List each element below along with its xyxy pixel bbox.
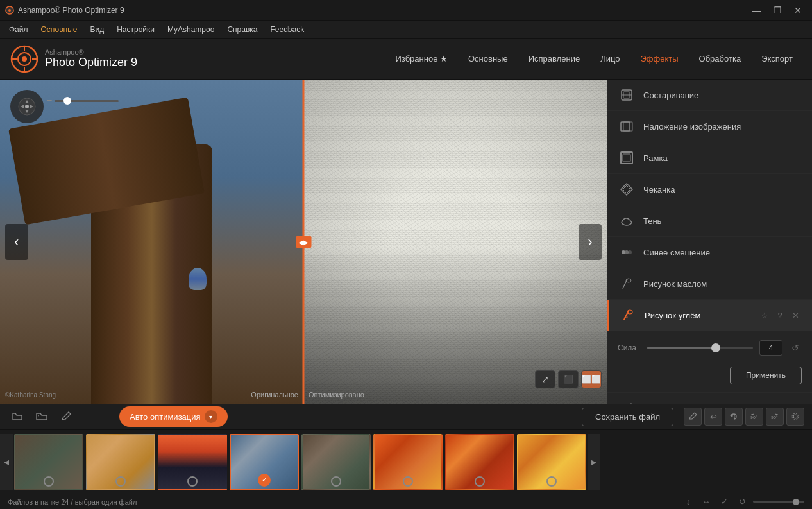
status-zoom-slider[interactable] (753, 501, 804, 503)
strength-fill (647, 347, 716, 349)
restore-button[interactable]: ❐ (768, 3, 786, 18)
effect-aging[interactable]: Состаривание (607, 80, 812, 111)
edit-pencil-button[interactable] (684, 408, 702, 426)
film-thumb-7[interactable] (445, 434, 514, 490)
status-sort-horiz-btn[interactable]: ↔ (699, 496, 713, 508)
menu-settings[interactable]: Настройки (110, 22, 161, 37)
tab-favorites[interactable]: Избранное ★ (387, 50, 457, 67)
rotate-right-button[interactable]: 90° (766, 408, 784, 426)
effect-charcoal[interactable]: Рисунок углём ☆ ? ✕ (607, 300, 812, 331)
film-thumb-5[interactable] (301, 434, 371, 490)
effect-sketch[interactable]: Набросок (607, 393, 812, 404)
status-sort-vert-btn[interactable]: ↕ (681, 496, 695, 508)
app-icon (5, 6, 14, 15)
svg-line-27 (623, 279, 627, 288)
tab-export[interactable]: Экспорт (752, 50, 802, 67)
strength-control: Сила 4 ↺ (607, 331, 812, 361)
strength-thumb[interactable] (711, 343, 720, 352)
zoom-slider-area: − (46, 95, 119, 107)
film-thumb-8[interactable] (517, 434, 586, 490)
film-thumb-3[interactable] (158, 434, 227, 490)
svg-text:90°: 90° (771, 415, 778, 420)
film-thumb-1[interactable] (14, 434, 83, 490)
menu-file[interactable]: Файл (3, 22, 35, 37)
film-thumb-6[interactable] (373, 434, 443, 490)
save-file-button[interactable]: Сохранить файл (582, 408, 673, 426)
window-controls: — ❐ ✕ (748, 3, 807, 18)
open-folder-button[interactable] (32, 408, 51, 426)
charcoal-help-btn[interactable]: ? (774, 309, 786, 322)
menu-feedback[interactable]: Feedback (264, 22, 310, 37)
open-file-button[interactable] (8, 408, 27, 426)
status-zoom-thumb[interactable] (793, 499, 799, 505)
film-radio-2 (115, 476, 126, 487)
apply-button[interactable]: Применить (730, 367, 802, 384)
center-controls: Авто оптимизация ▾ (81, 406, 577, 427)
title-bar: Ashampoo® Photo Optimizer 9 — ❐ ✕ (0, 0, 812, 21)
app-header: Ashampoo® Photo Optimizer 9 Избранное ★ … (0, 39, 812, 80)
minimize-button[interactable]: — (748, 3, 766, 18)
rotate-left-button[interactable]: 90° (745, 408, 763, 426)
prev-image-button[interactable]: ‹ (5, 224, 28, 260)
filmstrip-scroll-right[interactable]: ▸ (588, 434, 600, 490)
sketch-label: Набросок (643, 404, 802, 404)
tab-basic[interactable]: Основные (459, 50, 517, 67)
film-thumb-2[interactable] (86, 434, 155, 490)
view-mode-2-button[interactable]: ⬜⬜ (581, 370, 602, 388)
tab-face[interactable]: Лицо (591, 50, 629, 67)
fullscreen-button[interactable]: ⤢ (535, 370, 555, 388)
blur-shift-icon (618, 243, 636, 261)
menu-bar: Файл Основные Вид Настройки MyAshampoo С… (0, 21, 812, 39)
optimized-label: Оптимизировано (309, 391, 364, 399)
next-image-button[interactable]: › (579, 224, 602, 260)
toolbar-row: Авто оптимизация ▾ Сохранить файл ↩ 90° (0, 404, 812, 429)
tab-correction[interactable]: Исправление (520, 50, 589, 67)
image-area: − ©Katharina Stang Оригинальное (0, 80, 607, 404)
film-radio-6 (403, 476, 413, 487)
view-mode-1-button[interactable]: ⬛ (558, 370, 579, 388)
strength-reset-btn[interactable]: ↺ (789, 341, 802, 354)
menu-help[interactable]: Справка (221, 22, 264, 37)
effect-blur-shift[interactable]: Синее смещение (607, 237, 812, 268)
status-check-btn[interactable]: ✓ (717, 496, 731, 508)
action-buttons: ↩ 90° 90° (684, 408, 804, 426)
zoom-thumb[interactable] (63, 97, 71, 105)
effect-frame[interactable]: Рамка (607, 142, 812, 174)
image-container: ©Katharina Stang Оригинальное Оптимизиро… (0, 80, 607, 404)
edit-tool-button[interactable] (56, 408, 76, 426)
tab-effects[interactable]: Эффекты (631, 50, 687, 67)
close-button[interactable]: ✕ (789, 3, 807, 18)
oil-icon (618, 275, 636, 293)
auto-optimize-dropdown-icon[interactable]: ▾ (205, 410, 217, 423)
emboss-icon (618, 180, 636, 198)
tab-processing[interactable]: Обработка (690, 50, 750, 67)
strength-value[interactable]: 4 (759, 340, 782, 356)
strength-slider[interactable] (647, 347, 753, 349)
effect-shadow[interactable]: Тень (607, 205, 812, 237)
auto-optimize-button[interactable]: Авто оптимизация ▾ (119, 406, 228, 427)
film-radio-1 (44, 476, 54, 487)
effect-oil[interactable]: Рисунок маслом (607, 268, 812, 300)
charcoal-favorite-btn[interactable]: ☆ (758, 309, 771, 322)
title-bar-text: Ashampoo® Photo Optimizer 9 (18, 6, 748, 15)
strength-label: Сила (618, 343, 641, 352)
zoom-track[interactable] (55, 100, 119, 102)
menu-myashampoo[interactable]: MyAshampoo (161, 22, 221, 37)
settings-button[interactable] (786, 408, 804, 426)
svg-text:90°: 90° (750, 415, 757, 420)
undo-button[interactable]: ↩ (704, 408, 722, 426)
filmstrip-scroll-left[interactable]: ◂ (0, 434, 13, 490)
app-logo (10, 45, 38, 73)
svg-point-52 (793, 415, 797, 418)
charcoal-close-btn[interactable]: ✕ (789, 309, 802, 322)
oil-label: Рисунок маслом (643, 279, 802, 289)
menu-view[interactable]: Вид (83, 22, 110, 37)
status-rotate-btn[interactable]: ↺ (735, 496, 749, 508)
pan-control[interactable] (10, 90, 44, 123)
effect-emboss[interactable]: Чеканка (607, 174, 812, 205)
menu-main[interactable]: Основные (35, 22, 84, 37)
film-thumb-4[interactable]: ✓ (230, 434, 299, 490)
undo-all-button[interactable] (725, 408, 743, 426)
split-handle[interactable] (303, 80, 305, 404)
effect-overlay[interactable]: Наложение изображения (607, 111, 812, 142)
